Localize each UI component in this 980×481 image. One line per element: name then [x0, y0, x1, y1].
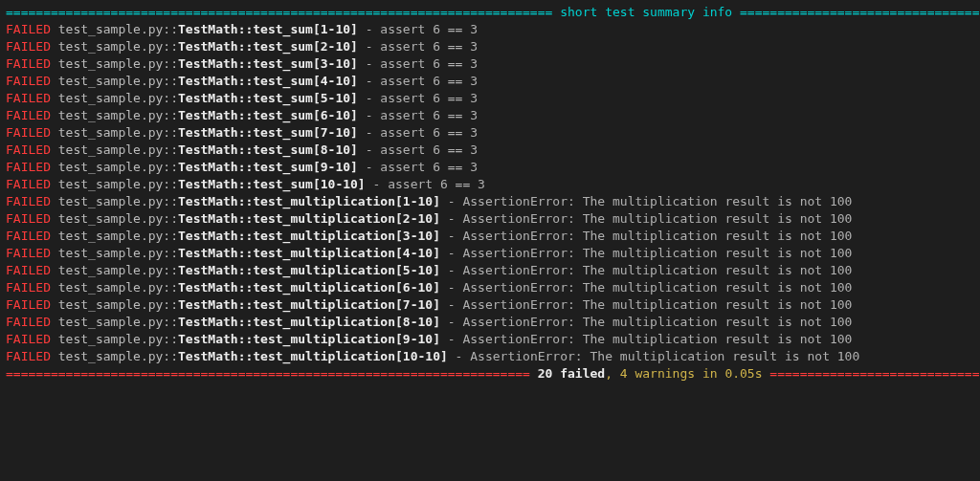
failed-label: FAILED — [6, 56, 51, 71]
failed-label: FAILED — [6, 39, 51, 54]
test-id: TestMath::test_sum[5-10] — [178, 91, 358, 105]
failed-test-line: FAILED test_sample.py::TestMath::test_mu… — [6, 314, 974, 331]
footer-right-rule: ========================================… — [763, 366, 980, 381]
failed-test-line: FAILED test_sample.py::TestMath::test_mu… — [6, 245, 974, 262]
test-file: test_sample.py:: — [58, 22, 178, 36]
test-id: TestMath::test_multiplication[4-10] — [178, 246, 440, 260]
test-id: TestMath::test_sum[3-10] — [178, 56, 358, 71]
test-id: TestMath::test_sum[2-10] — [178, 39, 358, 54]
failed-test-line: FAILED test_sample.py::TestMath::test_su… — [6, 159, 974, 176]
test-file: test_sample.py:: — [58, 39, 178, 54]
test-id: TestMath::test_multiplication[6-10] — [178, 280, 440, 295]
test-file: test_sample.py:: — [58, 315, 178, 329]
test-id: TestMath::test_sum[9-10] — [178, 160, 358, 174]
test-reason: - AssertionError: The multiplication res… — [440, 229, 852, 243]
failed-test-line: FAILED test_sample.py::TestMath::test_mu… — [6, 193, 974, 210]
failed-test-line: FAILED test_sample.py::TestMath::test_mu… — [6, 262, 974, 279]
test-reason: - AssertionError: The multiplication res… — [440, 211, 852, 226]
test-reason: - AssertionError: The multiplication res… — [440, 332, 852, 346]
failed-test-line: FAILED test_sample.py::TestMath::test_mu… — [6, 279, 974, 296]
test-file: test_sample.py:: — [58, 229, 178, 243]
failed-label: FAILED — [6, 297, 51, 312]
failed-label: FAILED — [6, 263, 51, 277]
test-reason: - assert 6 == 3 — [358, 22, 478, 36]
failed-test-line: FAILED test_sample.py::TestMath::test_su… — [6, 142, 974, 159]
footer-warnings-count: 4 warnings in 0.05s — [620, 366, 763, 381]
failed-label: FAILED — [6, 160, 51, 174]
test-id: TestMath::test_multiplication[7-10] — [178, 297, 440, 312]
test-id: TestMath::test_sum[7-10] — [178, 125, 358, 140]
failed-label: FAILED — [6, 332, 51, 346]
test-file: test_sample.py:: — [58, 125, 178, 140]
test-file: test_sample.py:: — [58, 160, 178, 174]
failed-label: FAILED — [6, 74, 51, 88]
failed-label: FAILED — [6, 142, 51, 157]
test-reason: - AssertionError: The multiplication res… — [440, 280, 852, 295]
test-file: test_sample.py:: — [58, 108, 178, 122]
failed-test-line: FAILED test_sample.py::TestMath::test_su… — [6, 107, 974, 124]
test-id: TestMath::test_multiplication[10-10] — [178, 349, 448, 363]
failed-test-line: FAILED test_sample.py::TestMath::test_su… — [6, 176, 974, 193]
failed-label: FAILED — [6, 280, 51, 295]
test-reason: - assert 6 == 3 — [358, 56, 478, 71]
header-left-rule: ========================================… — [6, 5, 552, 19]
test-reason: - AssertionError: The multiplication res… — [440, 246, 852, 260]
failed-label: FAILED — [6, 108, 51, 122]
test-file: test_sample.py:: — [58, 297, 178, 312]
test-reason: - assert 6 == 3 — [358, 160, 478, 174]
test-reason: - AssertionError: The multiplication res… — [440, 263, 852, 277]
test-id: TestMath::test_sum[8-10] — [178, 142, 358, 157]
summary-header-rule: ========================================… — [6, 4, 974, 21]
test-reason: - assert 6 == 3 — [366, 177, 485, 191]
failed-test-line: FAILED test_sample.py::TestMath::test_su… — [6, 124, 974, 142]
test-file: test_sample.py:: — [58, 211, 178, 226]
test-reason: - assert 6 == 3 — [358, 39, 478, 54]
test-reason: - assert 6 == 3 — [358, 125, 478, 140]
test-file: test_sample.py:: — [58, 349, 178, 363]
failed-label: FAILED — [6, 211, 51, 226]
failed-label: FAILED — [6, 246, 51, 260]
failed-label: FAILED — [6, 91, 51, 105]
failed-test-line: FAILED test_sample.py::TestMath::test_mu… — [6, 228, 974, 245]
test-id: TestMath::test_multiplication[9-10] — [178, 332, 440, 346]
test-file: test_sample.py:: — [58, 280, 178, 295]
test-reason: - assert 6 == 3 — [358, 91, 478, 105]
test-reason: - AssertionError: The multiplication res… — [440, 315, 852, 329]
failed-test-line: FAILED test_sample.py::TestMath::test_mu… — [6, 331, 974, 348]
failed-test-line: FAILED test_sample.py::TestMath::test_mu… — [6, 210, 974, 228]
failed-label: FAILED — [6, 349, 51, 363]
test-id: TestMath::test_sum[4-10] — [178, 74, 358, 88]
test-id: TestMath::test_sum[6-10] — [178, 108, 358, 122]
failed-label: FAILED — [6, 177, 51, 191]
test-id: TestMath::test_multiplication[8-10] — [178, 315, 440, 329]
failed-label: FAILED — [6, 22, 51, 36]
test-file: test_sample.py:: — [58, 194, 178, 208]
failed-test-line: FAILED test_sample.py::TestMath::test_mu… — [6, 348, 974, 365]
failed-test-line: FAILED test_sample.py::TestMath::test_su… — [6, 38, 974, 55]
test-reason: - assert 6 == 3 — [358, 108, 478, 122]
test-file: test_sample.py:: — [58, 56, 178, 71]
test-file: test_sample.py:: — [58, 263, 178, 277]
failed-label: FAILED — [6, 315, 51, 329]
test-reason: - assert 6 == 3 — [358, 74, 478, 88]
failed-test-line: FAILED test_sample.py::TestMath::test_su… — [6, 90, 974, 107]
failed-test-line: FAILED test_sample.py::TestMath::test_su… — [6, 21, 974, 38]
test-reason: - assert 6 == 3 — [358, 142, 478, 157]
failed-label: FAILED — [6, 194, 51, 208]
footer-failed-count: 20 failed — [530, 366, 605, 381]
test-reason: - AssertionError: The multiplication res… — [440, 194, 852, 208]
test-id: TestMath::test_sum[10-10] — [178, 177, 366, 191]
summary-footer-rule: ========================================… — [6, 365, 974, 383]
test-id: TestMath::test_multiplication[5-10] — [178, 263, 440, 277]
test-file: test_sample.py:: — [58, 246, 178, 260]
header-right-rule: ======================================== — [740, 5, 980, 19]
test-id: TestMath::test_multiplication[2-10] — [178, 211, 440, 226]
test-id: TestMath::test_multiplication[1-10] — [178, 194, 440, 208]
test-file: test_sample.py:: — [58, 332, 178, 346]
failed-test-line: FAILED test_sample.py::TestMath::test_mu… — [6, 296, 974, 314]
failed-label: FAILED — [6, 229, 51, 243]
test-reason: - AssertionError: The multiplication res… — [448, 349, 859, 363]
failed-test-line: FAILED test_sample.py::TestMath::test_su… — [6, 73, 974, 90]
test-id: TestMath::test_multiplication[3-10] — [178, 229, 440, 243]
test-file: test_sample.py:: — [58, 177, 178, 191]
